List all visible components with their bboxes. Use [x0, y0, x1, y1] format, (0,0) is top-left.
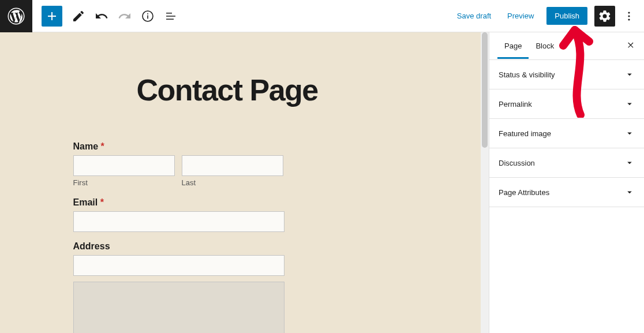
scrollbar-thumb[interactable] [482, 32, 488, 148]
required-mark: * [101, 141, 104, 151]
wordpress-icon [8, 8, 25, 25]
last-name-input[interactable] [182, 155, 283, 176]
panel-label: Discussion [499, 159, 535, 167]
wordpress-logo[interactable] [0, 0, 32, 32]
editor-canvas[interactable]: Contact Page Name * First [0, 32, 481, 333]
svg-point-4 [628, 12, 630, 13]
panel-featured-image[interactable]: Featured image [489, 119, 644, 148]
edit-mode-button[interactable] [68, 6, 89, 27]
close-sidebar-button[interactable] [623, 38, 639, 54]
redo-button[interactable] [114, 6, 135, 27]
tab-page[interactable]: Page [497, 33, 529, 58]
svg-point-6 [628, 18, 630, 20]
editor-canvas-wrap: Contact Page Name * First [0, 32, 489, 333]
name-field-group: Name * First Last [73, 141, 408, 187]
address-label: Address [73, 241, 408, 252]
gear-icon [598, 9, 612, 23]
toolbar-left [0, 0, 182, 32]
name-label: Name * [73, 141, 408, 152]
close-icon [626, 41, 636, 51]
undo-button[interactable] [91, 6, 112, 27]
panel-label: Permalink [499, 100, 532, 108]
save-draft-button[interactable]: Save draft [450, 7, 498, 25]
more-menu-button[interactable] [620, 6, 638, 27]
required-mark: * [100, 197, 104, 207]
dots-vertical-icon [622, 9, 636, 23]
email-field-group: Email * [73, 197, 408, 232]
last-name-col: Last [182, 155, 283, 187]
settings-sidebar: Page Block Status & visibility Permalink… [489, 32, 644, 333]
chevron-down-icon [624, 187, 635, 197]
outline-button[interactable] [160, 6, 181, 27]
first-name-col: First [73, 155, 175, 187]
editor-toolbar: Save draft Preview Publish [0, 0, 644, 32]
page-title[interactable]: Contact Page [137, 74, 408, 107]
first-name-input[interactable] [73, 155, 175, 176]
info-button[interactable] [137, 6, 158, 27]
svg-point-5 [628, 15, 630, 17]
sidebar-tabs: Page Block [489, 32, 644, 60]
list-icon [164, 9, 178, 23]
svg-rect-2 [147, 15, 148, 18]
panel-label: Featured image [499, 129, 551, 138]
last-sublabel: Last [182, 178, 283, 187]
email-label: Email * [73, 197, 408, 208]
name-label-text: Name [73, 141, 99, 151]
preview-button[interactable]: Preview [500, 7, 541, 25]
chevron-down-icon [624, 99, 635, 109]
pencil-icon [72, 9, 85, 23]
panel-label: Status & visibility [499, 70, 555, 79]
chevron-down-icon [624, 69, 635, 80]
main-area: Contact Page Name * First [0, 32, 644, 333]
add-block-button[interactable] [42, 6, 62, 27]
svg-rect-3 [147, 13, 148, 14]
email-input[interactable] [73, 211, 284, 232]
name-row: First Last [73, 155, 408, 187]
panel-status-visibility[interactable]: Status & visibility [489, 60, 644, 89]
info-icon [141, 9, 155, 23]
redo-icon [118, 9, 132, 23]
panel-label: Page Attributes [499, 188, 549, 197]
address-field-group: Address [73, 241, 408, 333]
panel-discussion[interactable]: Discussion [489, 148, 644, 178]
panel-page-attributes[interactable]: Page Attributes [489, 178, 644, 207]
panel-permalink[interactable]: Permalink [489, 89, 644, 119]
settings-button[interactable] [594, 6, 615, 27]
page-content: Contact Page Name * First [73, 32, 408, 333]
tab-block[interactable]: Block [529, 33, 561, 58]
address-textarea[interactable] [73, 282, 284, 333]
plus-icon [45, 9, 59, 23]
publish-button[interactable]: Publish [546, 7, 587, 25]
address-line1-input[interactable] [73, 255, 284, 276]
toolbar-right: Save draft Preview Publish [450, 6, 639, 27]
chevron-down-icon [624, 128, 635, 139]
contact-form: Name * First Last [73, 141, 408, 333]
email-label-text: Email [73, 197, 98, 207]
undo-icon [95, 9, 108, 23]
chevron-down-icon [624, 158, 635, 168]
vertical-scrollbar[interactable] [481, 32, 489, 333]
first-sublabel: First [73, 178, 175, 187]
